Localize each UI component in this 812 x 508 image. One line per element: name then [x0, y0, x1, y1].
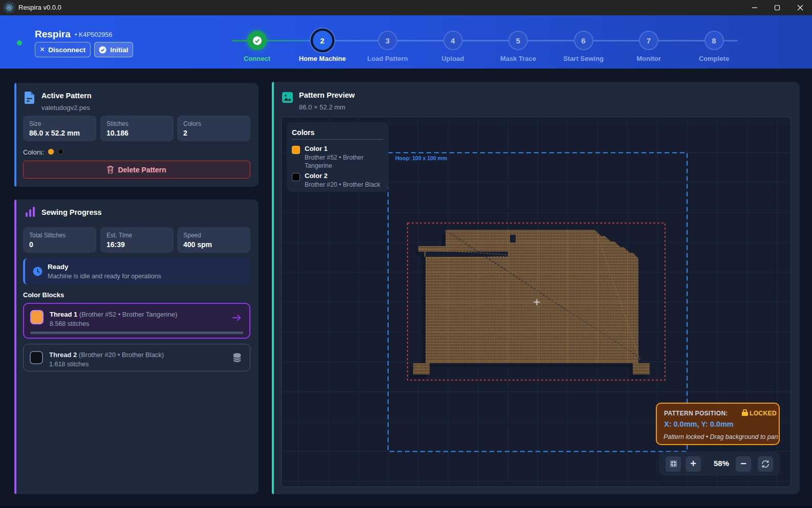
svg-text:Hoop: 100 x 100 mm: Hoop: 100 x 100 mm	[395, 155, 447, 161]
